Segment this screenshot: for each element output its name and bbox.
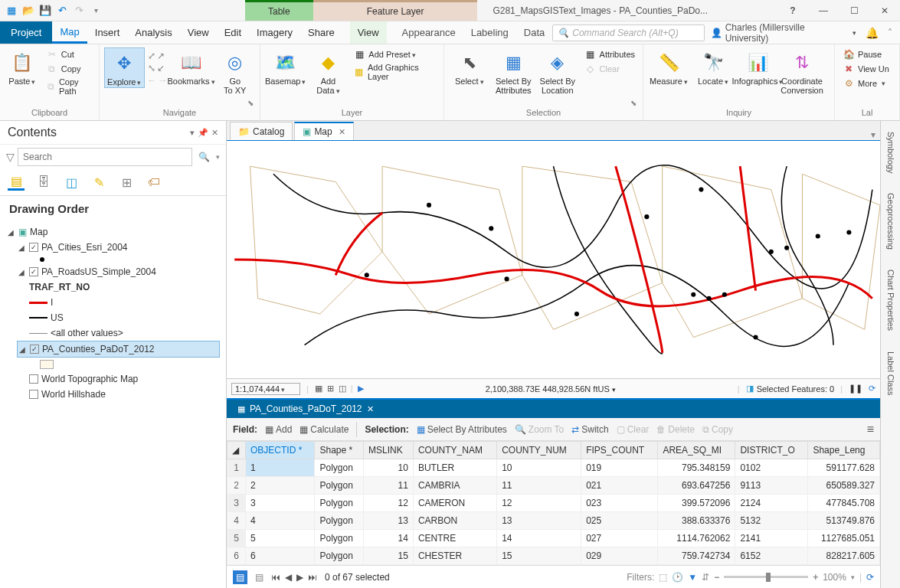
clear-selection-tool[interactable]: ▢Clear	[617, 424, 650, 435]
table-row[interactable]: 44Polygon13CARBON13025388.63337651325137…	[227, 512, 880, 530]
table-cell[interactable]: 5132	[735, 512, 808, 530]
layer-roads[interactable]: ◢PA_RoadsUS_Simple_2004	[17, 264, 220, 279]
save-icon[interactable]: 💾	[38, 4, 52, 18]
table-row[interactable]: 33Polygon12CAMERON12023399.5720962124477…	[227, 495, 880, 512]
table-cell[interactable]: 2124	[735, 495, 808, 512]
show-all-icon[interactable]: ▤	[233, 570, 247, 584]
table-cell[interactable]: 650589.327	[808, 477, 880, 495]
delete-selection-button[interactable]: 🗑Delete	[656, 424, 695, 435]
dynamic-icon[interactable]: ▶	[358, 384, 364, 394]
table-cell[interactable]: Polygon	[315, 512, 363, 530]
prev-extent-icon[interactable]: ⤡	[148, 63, 155, 74]
prev-record-icon[interactable]: ◀	[285, 572, 292, 583]
scale-input[interactable]: 1:1,074,444	[231, 383, 300, 395]
explore-button[interactable]: ✥ Explore	[104, 47, 145, 88]
table-cell[interactable]: 029	[581, 547, 658, 565]
symbology-pane-tab[interactable]: Symbology	[886, 127, 895, 178]
map-canvas[interactable]	[227, 141, 880, 378]
column-header[interactable]: Shape *	[315, 442, 363, 459]
table-cell[interactable]: CAMBRIA	[413, 477, 496, 495]
chart-properties-pane-tab[interactable]: Chart Properties	[886, 265, 895, 335]
table-cell[interactable]: 13	[363, 512, 413, 530]
add-preset-button[interactable]: ▦Add Preset	[350, 47, 439, 61]
table-cell[interactable]: 5	[246, 530, 315, 547]
table-cell[interactable]: 027	[581, 530, 658, 547]
view-tab[interactable]: View	[180, 21, 217, 44]
table-cell[interactable]: 4	[227, 512, 246, 530]
table-view-subtab[interactable]: View	[350, 21, 387, 44]
table-cell[interactable]: Polygon	[315, 530, 363, 547]
table-menu-icon[interactable]: ≡	[867, 423, 874, 436]
view-unplaced-button[interactable]: ✖View Un	[839, 62, 892, 76]
table-cell[interactable]: 759.742734	[658, 547, 735, 565]
table-cell[interactable]: 9113	[735, 477, 808, 495]
table-cell[interactable]: 693.647256	[658, 477, 735, 495]
table-cell[interactable]: 14	[497, 530, 581, 547]
tab-close-icon[interactable]: ✕	[339, 127, 345, 137]
project-tab[interactable]: Project	[0, 21, 52, 44]
help-icon[interactable]: ?	[777, 0, 808, 21]
goto-xy-button[interactable]: ◎ Go To XY	[215, 47, 255, 95]
table-cell[interactable]: 6	[227, 547, 246, 565]
table-row[interactable]: 22Polygon11CAMBRIA11021693.6472569113650…	[227, 477, 880, 495]
table-cell[interactable]: 11	[497, 477, 581, 495]
row-header-corner[interactable]: ◢	[227, 442, 246, 459]
layer-checkbox[interactable]	[30, 345, 39, 354]
ribbon-collapse-icon[interactable]: ˄	[888, 28, 892, 38]
list-by-editing-icon[interactable]: ✎	[90, 174, 107, 191]
list-by-source-icon[interactable]: 🗄	[35, 174, 52, 191]
column-header[interactable]: COUNTY_NUM	[497, 442, 581, 459]
table-cell[interactable]: 15	[363, 547, 413, 565]
layer-checkbox[interactable]	[29, 390, 38, 399]
selection-launcher-icon[interactable]: ⬊	[630, 99, 637, 107]
table-cell[interactable]: 828217.605	[808, 547, 880, 565]
edit-tab[interactable]: Edit	[217, 21, 249, 44]
layer-topo[interactable]: World Topographic Map	[17, 371, 220, 387]
select-by-location-button[interactable]: ◈ Select By Location	[537, 47, 578, 95]
locate-button[interactable]: 🔭Locate	[692, 47, 734, 87]
data-subtab[interactable]: Data	[516, 21, 552, 44]
bookmarks-button[interactable]: 📖 Bookmarks	[171, 47, 212, 87]
minimize-icon[interactable]: —	[808, 0, 839, 21]
refresh-table-icon[interactable]: ⟳	[866, 572, 874, 583]
table-cell[interactable]: 2141	[735, 530, 808, 547]
zoom-in-icon[interactable]: +	[813, 572, 818, 583]
view-options-icon[interactable]: ▾	[866, 129, 880, 140]
table-cell[interactable]: 5	[227, 530, 246, 547]
full-extent-icon[interactable]: ⤢	[148, 51, 155, 61]
zoom-slider[interactable]	[724, 576, 808, 578]
copy-path-button[interactable]: ⧉Copy Path	[43, 77, 94, 96]
table-cell[interactable]: 4	[246, 512, 315, 530]
table-cell[interactable]: Polygon	[315, 547, 363, 565]
navigate-launcher-icon[interactable]: ⬊	[247, 99, 254, 107]
table-row[interactable]: 55Polygon14CENTRE140271114.7620622141112…	[227, 530, 880, 547]
undo-icon[interactable]: ↶	[55, 4, 69, 18]
table-cell[interactable]: 591177.628	[808, 459, 880, 477]
pane-pin-icon[interactable]: 📌	[198, 128, 208, 138]
contents-search-input[interactable]	[18, 148, 192, 166]
add-field-button[interactable]: ▦Add	[265, 424, 292, 435]
table-cell[interactable]: Polygon	[315, 477, 363, 495]
table-cell[interactable]: 10	[363, 459, 413, 477]
infographics-button[interactable]: 📊Infographics	[737, 47, 778, 87]
appearance-subtab[interactable]: Appearance	[394, 21, 463, 44]
map-tab[interactable]: Map	[52, 21, 87, 44]
table-cell[interactable]: 023	[581, 495, 658, 512]
close-icon[interactable]: ✕	[869, 0, 900, 21]
fixed-zoom-out-icon[interactable]: ↙	[157, 63, 165, 74]
table-cell[interactable]: 3	[246, 495, 315, 512]
command-search-input[interactable]: 🔍Command Search (Alt+Q)	[552, 24, 704, 41]
tab-close-icon[interactable]: ✕	[367, 404, 374, 414]
table-cell[interactable]: 11	[363, 477, 413, 495]
table-row[interactable]: 11Polygon10BUTLER10019795.34815901025911…	[227, 459, 880, 477]
pause-labeling-button[interactable]: 🏠Pause	[839, 47, 892, 61]
table-cell[interactable]: 10	[497, 459, 581, 477]
back-icon[interactable]: ←	[148, 75, 157, 86]
table-cell[interactable]: 1	[227, 459, 246, 477]
table-cell[interactable]: 0102	[735, 459, 808, 477]
table-cell[interactable]: BUTLER	[413, 459, 496, 477]
layer-counties[interactable]: ◢PA_Counties_PaDoT_2012	[17, 341, 220, 358]
show-selected-icon[interactable]: ▤	[255, 572, 263, 583]
table-cell[interactable]: 388.633376	[658, 512, 735, 530]
constraints-icon[interactable]: ◫	[339, 384, 346, 394]
